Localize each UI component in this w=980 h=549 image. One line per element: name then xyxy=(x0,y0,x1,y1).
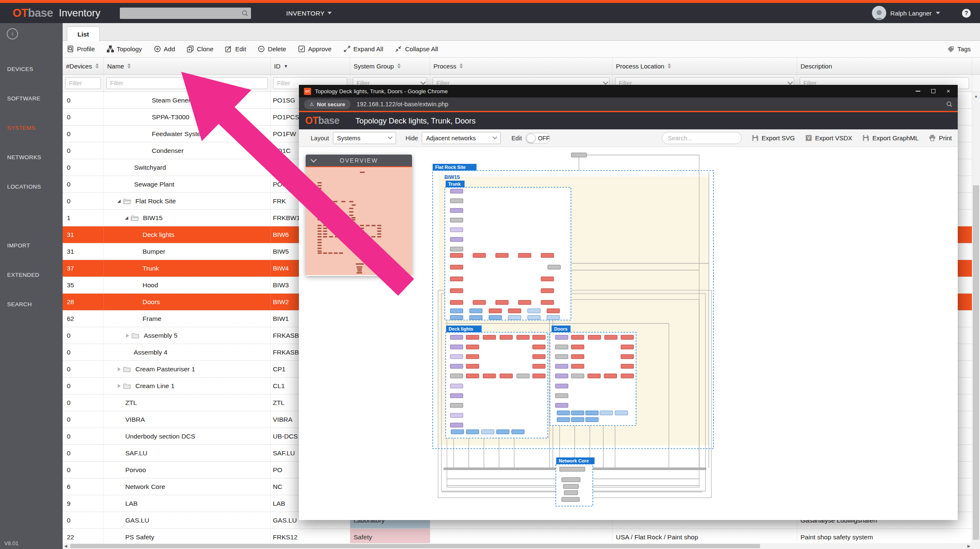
export-graphml-button[interactable]: Export GraphML xyxy=(862,134,919,142)
device-node[interactable] xyxy=(528,315,540,320)
export-vsdx-button[interactable]: VExport VSDX xyxy=(805,134,852,142)
device-node[interactable] xyxy=(547,309,560,313)
device-node[interactable] xyxy=(555,374,568,378)
tree-expander-closed-icon[interactable] xyxy=(118,367,121,371)
device-node[interactable] xyxy=(518,300,531,305)
device-node[interactable] xyxy=(621,355,634,359)
device-node[interactable] xyxy=(571,364,584,368)
delete-button[interactable]: Delete xyxy=(258,45,286,53)
clone-button[interactable]: Clone xyxy=(187,45,213,53)
device-node[interactable] xyxy=(541,253,554,257)
column-header-process-location[interactable]: Process Location xyxy=(613,58,797,74)
device-node[interactable] xyxy=(563,484,578,489)
sidebar-item-networks[interactable]: NETWORKS xyxy=(0,143,63,172)
global-search[interactable] xyxy=(120,8,251,19)
device-node[interactable] xyxy=(571,374,584,378)
device-node[interactable] xyxy=(470,309,482,313)
approve-button[interactable]: Approve xyxy=(298,45,332,53)
device-node[interactable] xyxy=(564,491,578,495)
global-search-input[interactable] xyxy=(120,8,251,19)
device-node[interactable] xyxy=(450,403,463,407)
collapse-button[interactable]: Collapse All xyxy=(395,45,438,53)
device-node[interactable] xyxy=(548,265,560,269)
overview-minimap[interactable] xyxy=(306,167,412,275)
tab-list[interactable]: List xyxy=(67,26,100,42)
device-node[interactable] xyxy=(533,364,545,368)
column-header-process[interactable]: Process xyxy=(430,58,613,74)
device-node[interactable] xyxy=(560,467,585,471)
vertical-scrollbar-thumb[interactable] xyxy=(973,185,979,540)
column-header-id[interactable]: ID▼ xyxy=(271,58,350,74)
vertical-scrollbar[interactable]: ▲ xyxy=(972,92,980,549)
device-node[interactable] xyxy=(473,300,486,305)
device-node[interactable] xyxy=(483,374,496,378)
device-node[interactable] xyxy=(450,315,463,320)
device-node[interactable] xyxy=(496,253,508,257)
device-node[interactable] xyxy=(500,335,512,339)
device-node[interactable] xyxy=(450,237,463,242)
device-node[interactable] xyxy=(512,430,524,434)
sidebar-item-devices[interactable]: DEVICES xyxy=(0,55,63,84)
device-node[interactable] xyxy=(517,374,529,378)
device-node[interactable] xyxy=(562,497,579,502)
device-node[interactable] xyxy=(450,309,463,313)
device-node[interactable] xyxy=(621,364,634,368)
device-node[interactable] xyxy=(450,394,463,398)
device-node[interactable] xyxy=(508,309,521,313)
device-node[interactable] xyxy=(621,374,634,378)
device-node[interactable] xyxy=(541,300,554,305)
device-node[interactable] xyxy=(450,300,463,305)
device-node[interactable] xyxy=(528,309,540,313)
device-node[interactable] xyxy=(555,384,568,388)
device-node[interactable] xyxy=(481,430,494,434)
device-node[interactable] xyxy=(621,335,634,339)
inventory-menu[interactable]: INVENTORY xyxy=(286,10,332,17)
device-node[interactable] xyxy=(496,300,508,305)
device-node[interactable] xyxy=(466,335,479,339)
print-button[interactable]: Print xyxy=(929,134,952,142)
device-node[interactable] xyxy=(497,430,509,434)
device-node[interactable] xyxy=(571,345,584,349)
sidebar-item-search[interactable]: SEARCH xyxy=(0,290,63,319)
device-node[interactable] xyxy=(450,289,463,293)
device-node[interactable] xyxy=(483,335,496,339)
topology-canvas[interactable]: Flat Rock SiteBIW15TrunkDeck lightsDoors… xyxy=(299,147,958,520)
topology-button[interactable]: Topology xyxy=(107,45,142,53)
horizontal-scrollbar[interactable]: ◀▶ xyxy=(63,543,972,549)
maximize-icon[interactable] xyxy=(931,89,935,93)
filter-input-name[interactable] xyxy=(106,77,268,89)
sort-icon[interactable] xyxy=(460,63,463,68)
profile-button[interactable]: Profile xyxy=(67,45,95,53)
device-node[interactable] xyxy=(541,289,554,293)
zoom-icon[interactable] xyxy=(946,101,953,108)
close-icon[interactable]: × xyxy=(946,89,950,93)
sidebar-item-systems[interactable]: SYSTEMS xyxy=(0,113,63,143)
device-node[interactable] xyxy=(466,374,479,378)
topology-search-input[interactable] xyxy=(662,132,742,144)
not-secure-badge[interactable]: ⚠Not secure xyxy=(304,100,351,109)
device-node[interactable] xyxy=(555,345,568,349)
device-node[interactable] xyxy=(470,315,482,320)
device-node[interactable] xyxy=(450,355,463,359)
device-node[interactable] xyxy=(450,228,463,232)
device-node[interactable] xyxy=(451,430,464,434)
device-node[interactable] xyxy=(489,309,502,313)
sort-icon[interactable] xyxy=(95,63,99,68)
device-node[interactable] xyxy=(466,355,479,359)
device-node[interactable] xyxy=(562,478,580,482)
device-node[interactable] xyxy=(541,277,554,281)
device-node[interactable] xyxy=(508,315,521,320)
device-node[interactable] xyxy=(605,335,617,339)
device-node[interactable] xyxy=(555,403,568,407)
device-node[interactable] xyxy=(533,335,545,339)
column-header-name[interactable]: Name xyxy=(104,58,271,74)
device-node[interactable] xyxy=(450,345,463,349)
device-node[interactable] xyxy=(555,364,568,368)
overview-panel[interactable]: OVERVIEW xyxy=(306,155,412,276)
edit-toggle[interactable]: OFF xyxy=(526,133,550,144)
device-node[interactable] xyxy=(450,247,463,251)
device-node[interactable] xyxy=(450,423,463,427)
sidebar-collapse-icon[interactable]: ‹ xyxy=(7,28,18,39)
sort-desc-icon[interactable]: ▼ xyxy=(284,64,288,68)
device-node[interactable] xyxy=(500,374,512,378)
